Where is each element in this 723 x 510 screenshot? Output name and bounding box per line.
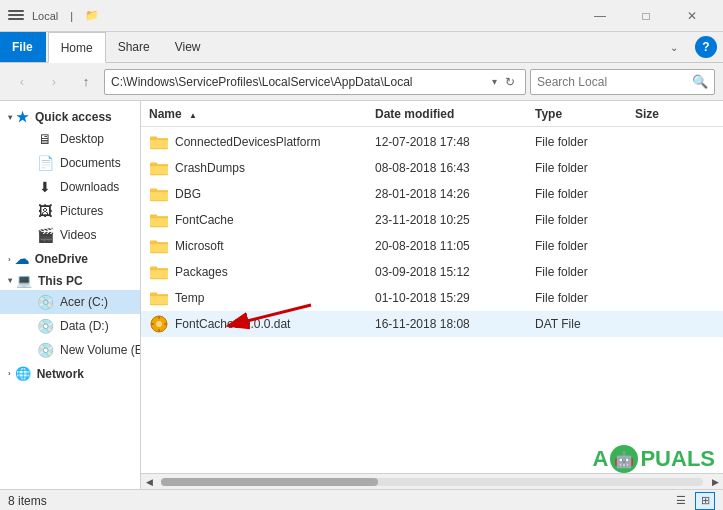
status-bar: 8 items ☰ ⊞ [0,489,723,510]
scroll-left-arrow[interactable]: ◀ [141,474,157,490]
folder-icon [149,262,169,282]
table-row[interactable]: Temp 01-10-2018 15:29 File folder [141,285,723,311]
table-row[interactable]: CrashDumps 08-08-2018 16:43 File folder [141,155,723,181]
network-icon: 🌐 [15,366,31,381]
svg-rect-7 [150,164,168,166]
search-input[interactable] [537,75,688,89]
address-dropdown-arrow[interactable]: ▾ [488,76,501,87]
file-date: 08-08-2018 16:43 [375,161,535,175]
file-date: 16-11-2018 18:08 [375,317,535,331]
file-name: Temp [175,291,375,305]
thispc-icon: 💻 [16,273,32,288]
title-bar-left: Local | 📁 [8,9,99,22]
ribbon-tabs: File Home Share View ⌄ ? [0,32,723,62]
file-type: File folder [535,187,635,201]
sidebar-item-acer-c[interactable]: 💿 Acer (C:) [0,290,140,314]
back-button[interactable]: ‹ [8,69,36,95]
column-date[interactable]: Date modified [375,107,535,121]
horizontal-scrollbar[interactable]: ◀ ▶ [141,473,723,489]
title-bar: Local | 📁 — □ ✕ [0,0,723,32]
file-name: DBG [175,187,375,201]
file-list: ConnectedDevicesPlatform 12-07-2018 17:4… [141,127,723,473]
table-row[interactable]: FontCache 23-11-2018 10:25 File folder [141,207,723,233]
folder-icon [149,288,169,308]
sidebar-group-thispc[interactable]: ▾ 💻 This PC [0,269,140,290]
sidebar: ▾ ★ Quick access 🖥 Desktop 📄 Documents ⬇… [0,101,141,489]
svg-rect-23 [150,268,168,270]
quick-access-icon [8,10,24,22]
title-bar-text: Local [32,10,58,22]
onedrive-expand-arrow: › [8,255,11,264]
folder-icon [149,210,169,230]
file-date: 03-09-2018 15:12 [375,265,535,279]
documents-icon: 📄 [36,154,54,172]
sidebar-group-quick-access[interactable]: ▾ ★ Quick access [0,105,140,127]
network-label: Network [37,367,84,381]
search-icon[interactable]: 🔍 [692,74,708,89]
forward-button[interactable]: › [40,69,68,95]
file-date: 12-07-2018 17:48 [375,135,535,149]
sidebar-item-data-d[interactable]: 💿 Data (D:) [0,314,140,338]
file-date: 23-11-2018 10:25 [375,213,535,227]
sidebar-item-pictures[interactable]: 🖼 Pictures [0,199,140,223]
sidebar-item-videos[interactable]: 🎬 Videos [0,223,140,247]
svg-rect-15 [150,216,168,218]
svg-rect-30 [158,316,160,319]
table-row[interactable]: Microsoft 20-08-2018 11:05 File folder [141,233,723,259]
sidebar-item-newvolume-e[interactable]: 💿 New Volume (E:) [0,338,140,362]
column-type[interactable]: Type [535,107,635,121]
refresh-button[interactable]: ↻ [501,75,519,89]
ribbon-minimize-button[interactable]: ⌄ [659,32,689,62]
downloads-icon: ⬇ [36,178,54,196]
file-date: 20-08-2018 11:05 [375,239,535,253]
status-right: ☰ ⊞ [671,492,715,510]
details-view-button[interactable]: ☰ [671,492,691,510]
file-date: 28-01-2018 14:26 [375,187,535,201]
file-type: File folder [535,161,635,175]
svg-point-29 [156,321,162,327]
maximize-button[interactable]: □ [623,0,669,32]
tiles-view-button[interactable]: ⊞ [695,492,715,510]
file-type: File folder [535,265,635,279]
search-box[interactable]: 🔍 [530,69,715,95]
tab-file[interactable]: File [0,32,46,62]
column-name[interactable]: Name ▲ [149,107,375,121]
folder-icon [149,184,169,204]
close-button[interactable]: ✕ [669,0,715,32]
up-button[interactable]: ↑ [72,69,100,95]
sidebar-item-desktop[interactable]: 🖥 Desktop [0,127,140,151]
minimize-button[interactable]: — [577,0,623,32]
sidebar-item-documents[interactable]: 📄 Documents [0,151,140,175]
column-size[interactable]: Size [635,107,715,121]
quick-access-label: Quick access [35,110,112,124]
tab-home[interactable]: Home [48,32,106,63]
drive-e-icon: 💿 [36,341,54,359]
tab-view[interactable]: View [163,32,214,62]
scroll-track [161,478,703,486]
dat-file-icon [149,314,169,334]
table-row[interactable]: ConnectedDevicesPlatform 12-07-2018 17:4… [141,129,723,155]
sort-arrow: ▲ [189,111,197,120]
table-row[interactable]: Packages 03-09-2018 15:12 File folder [141,259,723,285]
svg-rect-11 [150,190,168,192]
watermark: A 🤖 PUALS [593,445,715,473]
table-row-dat[interactable]: FontCache3.0.0.0.dat 16-11-2018 18:08 DA… [141,311,723,337]
ribbon: File Home Share View ⌄ ? [0,32,723,63]
tab-share[interactable]: Share [106,32,163,62]
scroll-right-arrow[interactable]: ▶ [707,474,723,490]
quick-access-expand-arrow: ▾ [8,113,12,122]
table-row[interactable]: DBG 28-01-2018 14:26 File folder [141,181,723,207]
file-name: FontCache [175,213,375,227]
svg-rect-31 [158,329,160,332]
network-expand-arrow: › [8,369,11,378]
thispc-label: This PC [38,274,83,288]
file-type: File folder [535,291,635,305]
address-bar[interactable]: C:\Windows\ServiceProfiles\LocalService\… [104,69,526,95]
sidebar-group-onedrive[interactable]: › ☁ OneDrive [0,247,140,269]
onedrive-icon: ☁ [15,251,29,267]
toolbar: ‹ › ↑ C:\Windows\ServiceProfiles\LocalSe… [0,63,723,101]
sidebar-group-network[interactable]: › 🌐 Network [0,362,140,383]
help-button[interactable]: ? [695,36,717,58]
scroll-thumb[interactable] [161,478,378,486]
sidebar-item-downloads[interactable]: ⬇ Downloads [0,175,140,199]
